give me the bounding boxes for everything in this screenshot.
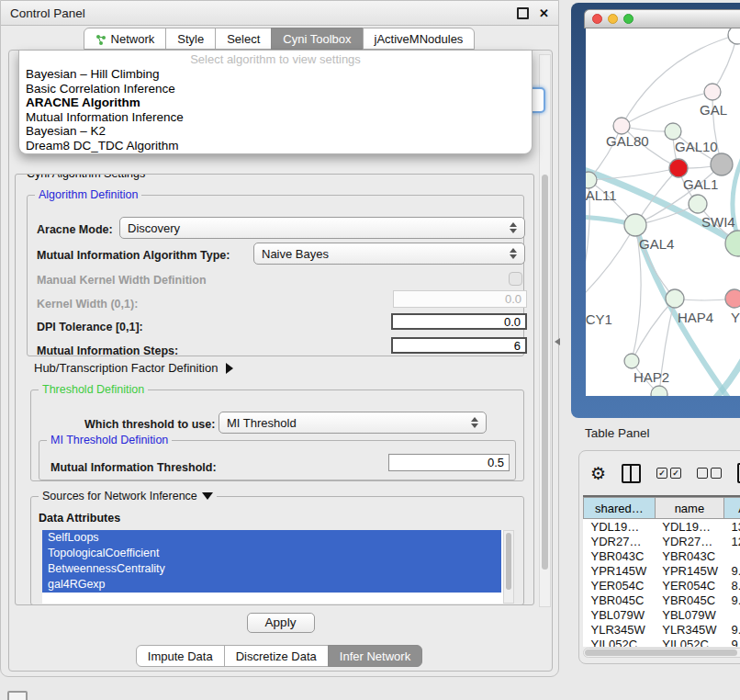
table-cell: 9. — [724, 622, 740, 637]
hub-transcription-expander[interactable]: Hub/Transcription Factor Definition — [34, 361, 233, 375]
network-node[interactable] — [613, 118, 630, 134]
node-label: SWI4 — [701, 214, 735, 230]
data-attributes-list[interactable]: SelfLoopsTopologicalCoefficientBetweenne… — [42, 530, 514, 604]
table-cell: YBR043C — [584, 548, 656, 563]
float-window-icon[interactable] — [517, 7, 529, 19]
algorithm-option[interactable]: Bayesian – K2 — [19, 124, 532, 139]
settings-scrollbar-thumb[interactable] — [542, 175, 548, 570]
table-h-scrollbar[interactable] — [583, 648, 740, 658]
tab-impute-data[interactable]: Impute Data — [136, 645, 225, 667]
tab-infer-network[interactable]: Infer Network — [328, 645, 422, 667]
column-header-2[interactable]: name — [655, 498, 723, 519]
tab-cyni-toolbox[interactable]: Cyni Toolbox — [271, 28, 363, 50]
data-attribute-item[interactable]: SelfLoops — [42, 530, 501, 546]
settings-scrollbar[interactable] — [539, 54, 551, 607]
algorithm-definition-group: Algorithm Definition Aracne Mode: Discov… — [27, 195, 524, 356]
table-row[interactable]: YDL19…YDL19…13 — [584, 519, 740, 535]
network-node[interactable] — [669, 159, 688, 177]
network-node[interactable] — [586, 172, 597, 188]
network-node[interactable] — [725, 289, 740, 308]
aracne-mode-select[interactable]: Discovery — [119, 217, 525, 239]
table-cell: YDR27… — [584, 534, 656, 548]
network-node[interactable] — [711, 153, 733, 175]
show-columns-icon[interactable]: ✓✓ — [656, 468, 681, 479]
columns-icon[interactable] — [622, 464, 641, 483]
manual-kernel-checkbox[interactable] — [509, 272, 522, 286]
table-cell: YLR345W — [584, 622, 656, 637]
stepper-arrows-icon — [465, 417, 478, 428]
minimize-traffic-light[interactable] — [608, 14, 618, 24]
network-node[interactable] — [666, 289, 684, 308]
algorithm-option[interactable]: Bayesian – Hill Climbing — [19, 67, 532, 82]
close-traffic-light[interactable] — [592, 14, 602, 24]
control-panel-window: Control Panel ✕ NetworkStyleSelectCyni T… — [0, 0, 559, 677]
tab-style[interactable]: Style — [165, 28, 216, 50]
node-label: GAL — [700, 102, 727, 118]
attributes-scrollbar-thumb[interactable] — [506, 533, 511, 590]
node-label: HAP4 — [678, 310, 713, 325]
network-window-titlebar[interactable] — [584, 9, 740, 28]
network-node[interactable] — [624, 214, 646, 236]
tab-label: Discretize Data — [236, 649, 317, 663]
table-row[interactable]: YIL052CYIL052C9. — [584, 637, 740, 647]
dpi-tolerance-field[interactable] — [391, 313, 527, 330]
stepper-arrows-icon — [504, 248, 517, 259]
tab-select[interactable]: Select — [215, 28, 272, 50]
network-node[interactable] — [704, 84, 721, 100]
data-attribute-item[interactable]: BetweennessCentrality — [42, 561, 501, 577]
mi-type-value: Naive Bayes — [262, 247, 329, 261]
table-cell: YER054C — [584, 578, 656, 593]
table-row[interactable]: YBR043CYBR043C — [584, 548, 740, 563]
node-label: GAL4 — [639, 236, 674, 252]
table-row[interactable]: YDR27…YDR27…12 — [584, 534, 740, 548]
gear-icon[interactable]: ⚙ — [590, 465, 606, 482]
network-canvas[interactable]: GALGAL80GAL10GAL1GAL11SWI4GAL4GCY1HAP4YH… — [586, 28, 740, 396]
panel-divider-handle[interactable] — [555, 338, 560, 345]
network-node[interactable] — [624, 354, 639, 368]
network-node[interactable] — [689, 195, 707, 213]
algorithm-option[interactable]: ARACNE Algorithm — [19, 96, 532, 110]
network-node[interactable] — [728, 28, 740, 44]
hide-columns-icon[interactable] — [697, 468, 722, 479]
table-cell: YBL079W — [584, 607, 656, 622]
manual-kernel-label: Manual Kernel Width Definition — [37, 274, 207, 287]
close-icon[interactable]: ✕ — [539, 7, 549, 19]
zoom-traffic-light[interactable] — [623, 14, 633, 24]
mi-type-select[interactable]: Naive Bayes — [253, 243, 525, 265]
table-row[interactable]: YER054CYER054C8. — [584, 578, 740, 593]
table-row[interactable]: YBR045CYBR045C9. — [584, 593, 740, 607]
table-cell: 12 — [724, 534, 740, 548]
table-h-scrollbar-thumb[interactable] — [585, 649, 737, 656]
table-row[interactable]: YPR145WYPR145W9. — [584, 563, 740, 578]
sources-title[interactable]: Sources for Network Inference — [39, 490, 217, 502]
data-attribute-item[interactable]: TopologicalCoefficient — [42, 546, 501, 561]
algorithm-option[interactable]: Mutual Information Inference — [19, 110, 532, 125]
minimized-panel-icon[interactable] — [7, 691, 28, 700]
table-row[interactable]: YBL079WYBL079W — [584, 607, 740, 622]
which-threshold-select[interactable]: MI Threshold — [219, 412, 487, 434]
network-edge — [586, 225, 635, 301]
attributes-scrollbar[interactable] — [503, 530, 514, 604]
settings-group-title: Cyni Algorithm Settings — [23, 174, 149, 180]
tab-jactivemnodules[interactable]: jActiveMNodules — [363, 28, 476, 50]
network-node[interactable] — [651, 386, 667, 396]
apply-button[interactable]: Apply — [247, 613, 315, 633]
algorithm-option[interactable]: Basic Correlation Inference — [19, 82, 532, 96]
tab-label: Style — [177, 32, 204, 46]
column-header-3[interactable]: A — [724, 498, 740, 519]
algorithm-option[interactable]: Dream8 DC_TDC Algorithm — [19, 139, 532, 153]
tab-discretize-data[interactable]: Discretize Data — [224, 645, 329, 667]
table-cell: YDL19… — [584, 519, 656, 535]
tab-network[interactable]: Network — [84, 28, 167, 50]
column-header-1[interactable]: shared… — [584, 498, 656, 519]
data-attribute-item[interactable]: gal4RGexp — [42, 577, 501, 593]
mi-steps-field[interactable] — [391, 337, 527, 354]
algorithm-definition-title: Algorithm Definition — [35, 188, 141, 201]
mi-threshold-field[interactable] — [388, 454, 510, 471]
table-row[interactable]: YLR345WYLR345W9. — [584, 622, 740, 637]
network-node[interactable] — [665, 123, 681, 140]
mi-type-label: Mutual Information Algorithm Type: — [37, 249, 230, 262]
which-threshold-label: Which threshold to use: — [84, 418, 215, 431]
threshold-definition-title: Threshold Definition — [39, 383, 148, 396]
table-cell: YER054C — [655, 578, 723, 593]
